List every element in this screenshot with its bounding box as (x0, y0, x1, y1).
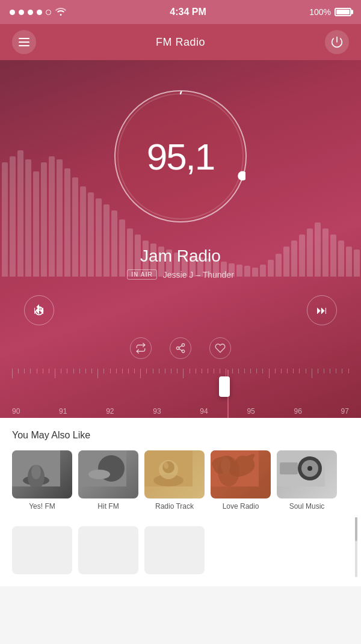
freq-track (12, 369, 349, 405)
svg-point-10 (31, 465, 41, 479)
radio-card-soul-music[interactable]: Soul Music (277, 450, 337, 511)
radio-card-label-yes-fm: Yes! FM (12, 502, 72, 511)
radio-card-label-love-radio: Love Radio (211, 502, 271, 511)
radio-card-hit-fm[interactable]: Hit FM (78, 450, 138, 511)
radio-card-radio-track[interactable]: Radio Track (144, 450, 205, 511)
frequency-display: 95,1 (147, 135, 215, 178)
loop-button[interactable] (130, 337, 152, 359)
battery-fill (336, 10, 350, 14)
svg-rect-26 (280, 462, 298, 474)
player-area: 95,1 Jam Radio IN AIR Jessie J – Thunder… (0, 60, 361, 418)
station-info: Jam Radio IN AIR Jessie J – Thunder (0, 241, 361, 289)
scroll-thumb[interactable] (355, 517, 357, 541)
on-air-row: IN AIR Jessie J – Thunder (0, 269, 361, 280)
bottom-section: You May Also Like Yes! FM Hit FM Radio T… (0, 418, 361, 586)
freq-labels: 9091929394959697 (12, 405, 349, 418)
tick-container (12, 369, 349, 393)
ghost-card-1 (12, 526, 72, 574)
scroll-indicator (355, 517, 357, 577)
svg-point-25 (307, 466, 312, 471)
signal-dot-3 (28, 10, 33, 15)
frequency-slider-container: 9091929394959697 (0, 369, 361, 418)
radio-cards-row2 (12, 526, 349, 574)
battery-icon (335, 8, 351, 16)
app-title: FM Radio (156, 36, 205, 49)
frequency-dial[interactable]: 95,1 (0, 72, 361, 241)
now-playing-text: Jessie J – Thunder (163, 270, 234, 280)
station-name: Jam Radio (0, 247, 361, 266)
status-right: 100% (309, 7, 351, 17)
hamburger-icon (19, 38, 29, 46)
signal-dot-4 (37, 10, 42, 15)
forward-button[interactable]: ⏭ (307, 295, 337, 325)
wifi-icon (55, 7, 67, 17)
freq-thumb[interactable] (219, 376, 230, 397)
favorite-button[interactable] (209, 337, 231, 359)
share-button[interactable] (170, 337, 191, 359)
radio-cards-row: Yes! FM Hit FM Radio Track Love Radio So… (12, 450, 349, 517)
action-icons-row (0, 337, 361, 369)
svg-line-6 (179, 346, 182, 348)
ghost-card-2 (78, 526, 138, 574)
radio-card-label-radio-track: Radio Track (144, 502, 205, 511)
status-left (10, 7, 67, 17)
signal-dot-1 (10, 10, 15, 15)
frequency-slider[interactable]: 9091929394959697 (0, 369, 361, 418)
radio-card-label-soul-music: Soul Music (277, 502, 337, 511)
dial-circle: 95,1 (114, 90, 247, 222)
svg-point-13 (88, 470, 110, 479)
controls-row: ⏮ ⏭ (0, 289, 361, 337)
svg-line-5 (179, 349, 182, 351)
signal-dot-5 (46, 10, 51, 15)
power-button[interactable] (325, 30, 349, 54)
status-bar: 4:34 PM 100% (0, 0, 361, 24)
menu-button[interactable] (12, 30, 36, 54)
section-title: You May Also Like (12, 430, 349, 441)
radio-card-label-hit-fm: Hit FM (78, 502, 138, 511)
top-nav: FM Radio (0, 24, 361, 60)
status-time: 4:34 PM (170, 7, 206, 17)
in-air-badge: IN AIR (127, 269, 157, 280)
ghost-card-3 (144, 526, 205, 574)
radio-card-love-radio[interactable]: Love Radio (211, 450, 271, 511)
svg-point-21 (221, 457, 230, 474)
radio-card-yes-fm[interactable]: Yes! FM (12, 450, 72, 511)
rewind-button[interactable]: ⏮ (24, 295, 54, 325)
signal-dot-2 (19, 10, 24, 15)
battery-percentage: 100% (309, 7, 331, 17)
